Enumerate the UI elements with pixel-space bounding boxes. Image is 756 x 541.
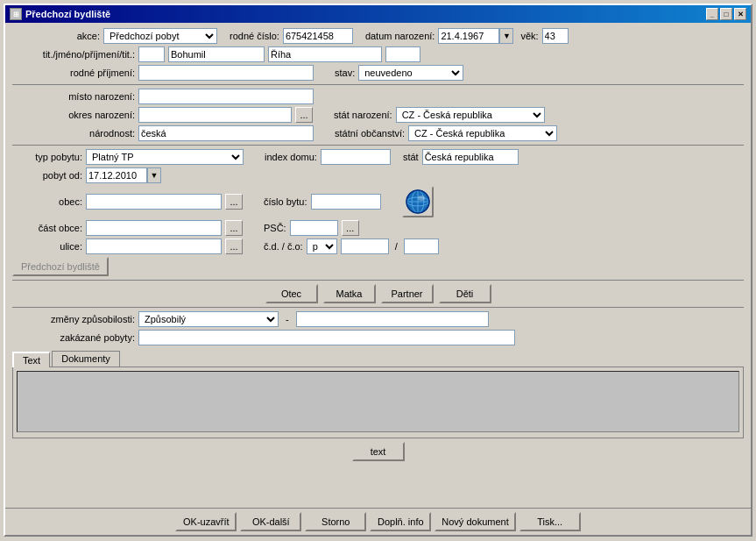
window-icon: ⊞ — [10, 8, 22, 20]
datum-narozeni-wrap: ▼ — [438, 28, 513, 44]
cd-input[interactable] — [341, 238, 389, 254]
typ-pobytu-select[interactable]: Platný TP Přechodný Trvalý — [86, 149, 244, 165]
cast-obce-input[interactable] — [86, 220, 222, 236]
cd-co-separator: / — [392, 241, 400, 252]
ulice-input[interactable] — [86, 238, 222, 254]
row-jmeno: tit./jméno/příjmení/tit.: — [12, 46, 744, 62]
tit-jmeno-label: tit./jméno/příjmení/tit.: — [12, 49, 135, 60]
tit-prefix-input[interactable] — [138, 46, 165, 62]
index-domu-label: index domu: — [265, 152, 317, 162]
pobyt-od-dropdown[interactable]: ▼ — [147, 167, 161, 183]
cislo-bytu-input[interactable] — [311, 194, 381, 210]
ulice-label: ulice: — [12, 241, 82, 252]
obec-browse-button[interactable]: ... — [225, 194, 243, 210]
zmeny-zpusobilosti-label: změny způsobilosti: — [12, 314, 135, 324]
row-family-buttons: Otec Matka Partner Děti — [12, 284, 744, 303]
cast-obce-browse-button[interactable]: ... — [225, 220, 243, 236]
tab-dokumenty[interactable]: Dokumenty — [52, 351, 120, 367]
text-button[interactable]: text — [352, 442, 405, 461]
zmeny-zpusobilosti-input[interactable] — [296, 311, 489, 327]
rodne-prijmeni-label: rodné příjmení: — [12, 68, 135, 78]
globe-button[interactable] — [402, 186, 434, 217]
vek-label: věk: — [520, 31, 538, 41]
misto-narozeni-input[interactable] — [138, 89, 314, 104]
rodne-prijmeni-input[interactable] — [138, 65, 314, 81]
row-text-btn: text — [12, 442, 744, 461]
minimize-button[interactable]: _ — [706, 8, 718, 20]
novy-dokument-button[interactable]: Nový dokument — [435, 512, 515, 531]
obec-label: obec: — [12, 196, 82, 207]
pobyt-od-input[interactable] — [86, 167, 147, 183]
psc-label: PSČ: — [264, 223, 286, 233]
zmeny-dash: - — [286, 314, 289, 324]
dopln-info-button[interactable]: Doplň. info — [370, 512, 431, 531]
misto-narozeni-label: místo narození: — [12, 91, 135, 102]
okres-narozeni-input[interactable] — [138, 107, 292, 123]
akce-select[interactable]: Předchozí pobyt — [103, 28, 217, 44]
cast-obce-label: část obce: — [12, 223, 82, 233]
row-akce: akce: Předchozí pobyt rodné číslo: datum… — [12, 28, 744, 44]
ok-dalsi-button[interactable]: OK-další — [240, 512, 301, 531]
rodne-cislo-input[interactable] — [283, 28, 353, 44]
row-misto-narozeni: místo narození: — [12, 89, 744, 104]
maximize-button[interactable]: □ — [720, 8, 732, 20]
stav-select[interactable]: neuvedeno svobodný/á ženatý/vdaná rozved… — [358, 65, 463, 81]
row-predchozi: Předchozí bydliště — [12, 257, 744, 276]
tabs-row: Text Dokumenty — [12, 351, 744, 367]
pobyt-od-label: pobyt od: — [12, 170, 82, 181]
okres-narozeni-browse-button[interactable]: ... — [295, 107, 313, 123]
close-button[interactable]: ✕ — [734, 8, 746, 20]
narodnost-input[interactable] — [138, 125, 314, 141]
row-rodne-prijmeni: rodné příjmení: stav: neuvedeno svobodný… — [12, 65, 744, 81]
pobyt-od-wrap: ▼ — [86, 167, 161, 183]
otec-button[interactable]: Otec — [265, 284, 318, 303]
predchozi-bydliste-button[interactable]: Předchozí bydliště — [12, 257, 109, 276]
bottom-bar: OK-uzavřít OK-další Storno Doplň. info N… — [5, 508, 751, 535]
psc-input[interactable] — [290, 220, 338, 236]
stat-field-label: stát — [403, 152, 419, 162]
row-okres-narozeni: okres narození: ... stát narození: CZ - … — [12, 107, 744, 123]
rodne-cislo-label: rodné číslo: — [230, 31, 279, 41]
psc-browse-button[interactable]: ... — [342, 220, 359, 236]
co-input[interactable] — [404, 238, 439, 254]
storno-button[interactable]: Storno — [305, 512, 366, 531]
zakazane-pobyty-label: zakázané pobyty: — [12, 332, 135, 343]
svg-point-6 — [418, 196, 425, 201]
stat-input[interactable] — [422, 149, 519, 165]
cd-prefix-select[interactable]: p č — [307, 238, 337, 254]
stat-narozeni-label: stát narození: — [334, 110, 392, 120]
ulice-browse-button[interactable]: ... — [225, 238, 243, 254]
tit-suffix-input[interactable] — [385, 46, 420, 62]
main-window: ⊞ Předchozí bydliště _ □ ✕ akce: Předcho… — [4, 4, 752, 537]
prijmeni-input[interactable] — [268, 46, 382, 62]
deti-button[interactable]: Děti — [439, 284, 491, 303]
vek-input[interactable] — [542, 28, 569, 44]
stat-narozeni-select[interactable]: CZ - Česká republika — [396, 107, 545, 123]
text-area[interactable] — [17, 371, 739, 432]
cislo-bytu-label: číslo bytu: — [264, 196, 307, 207]
statni-obcanstvi-select[interactable]: CZ - Česká republika — [408, 125, 557, 141]
tab-content-area — [12, 367, 744, 438]
tisk-button[interactable]: Tisk... — [519, 512, 581, 531]
zmeny-zpusobilosti-select[interactable]: Způsobilý — [138, 311, 279, 327]
datum-narozeni-input[interactable] — [438, 28, 499, 44]
datum-narozeni-label: datum narození: — [365, 31, 435, 41]
jmeno-input[interactable] — [168, 46, 265, 62]
matka-button[interactable]: Matka — [323, 284, 376, 303]
cd-co-label: č.d. / č.o: — [264, 241, 303, 252]
akce-label: akce: — [12, 31, 100, 41]
zakazane-pobyty-input[interactable] — [138, 330, 515, 345]
partner-button[interactable]: Partner — [381, 284, 434, 303]
index-domu-input[interactable] — [321, 149, 391, 165]
titlebar: ⊞ Předchozí bydliště _ □ ✕ — [5, 5, 751, 23]
form-content: akce: Předchozí pobyt rodné číslo: datum… — [5, 23, 751, 508]
tabs-section: Text Dokumenty — [12, 351, 744, 438]
obec-input[interactable] — [86, 194, 222, 210]
datum-narozeni-dropdown[interactable]: ▼ — [499, 28, 513, 44]
row-obec: obec: ... číslo bytu: — [12, 186, 744, 217]
row-zmeny-zpusobilosti: změny způsobilosti: Způsobilý - — [12, 311, 744, 327]
ok-uzavrit-button[interactable]: OK-uzavřít — [175, 512, 237, 531]
narodnost-label: národnost: — [12, 128, 135, 139]
tab-text[interactable]: Text — [12, 352, 50, 367]
row-ulice: ulice: ... č.d. / č.o: p č / — [12, 238, 744, 254]
